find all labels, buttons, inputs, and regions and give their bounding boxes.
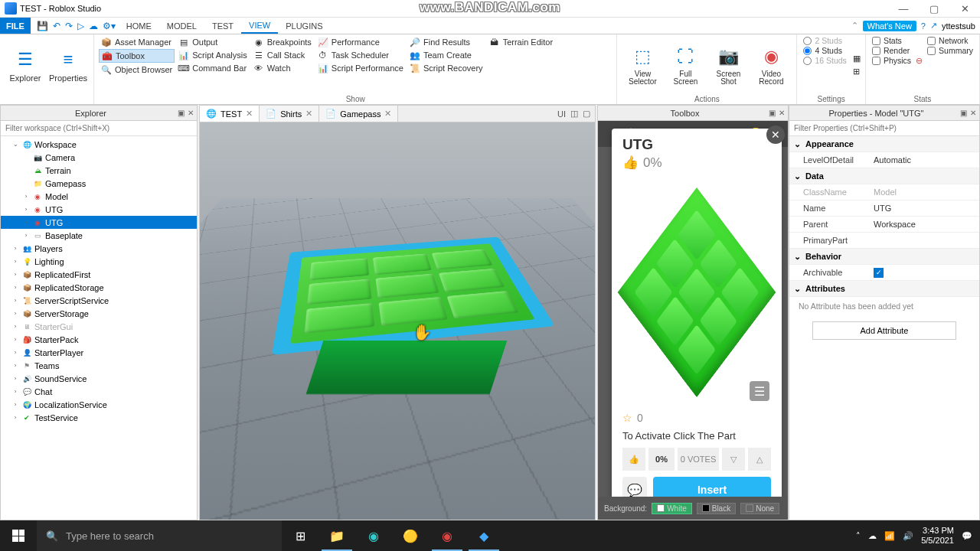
- grid-4-studs[interactable]: 4 Studs: [802, 46, 848, 55]
- tree-node-terrain[interactable]: ⛰Terrain: [1, 164, 197, 177]
- asset-manager-button[interactable]: 📦Asset Manager: [99, 36, 175, 48]
- view-split-icon[interactable]: ◫: [570, 109, 578, 119]
- stats-stats[interactable]: Stats: [871, 36, 924, 45]
- tree-node-starterplayer[interactable]: ›👤StarterPlayer: [1, 346, 197, 359]
- tab-plugins[interactable]: PLUGINS: [278, 18, 330, 34]
- taskbar-clock[interactable]: 3:43 PM5/5/2021: [921, 526, 954, 546]
- task-scheduler-button[interactable]: ⏱Task Scheduler: [315, 49, 406, 61]
- file-explorer-taskbar[interactable]: 📁: [318, 520, 355, 551]
- bg-white-option[interactable]: White: [652, 503, 692, 514]
- grid-icon[interactable]: ▦: [853, 54, 861, 64]
- stats-network[interactable]: Network: [926, 36, 975, 45]
- panel-close-icon[interactable]: ✕: [970, 109, 976, 117]
- screen-shot-button[interactable]: 📷Screen Shot: [707, 36, 749, 94]
- script-analysis-button[interactable]: 📊Script Analysis: [176, 49, 250, 61]
- roblox-taskbar[interactable]: ◆: [466, 520, 502, 551]
- view-selector-button[interactable]: ⬚View Selector: [622, 36, 663, 94]
- close-button[interactable]: ✕: [949, 0, 980, 18]
- tab-close-icon[interactable]: ✕: [384, 109, 391, 119]
- taskbar-search[interactable]: 🔍Type here to search: [37, 520, 282, 551]
- user-label[interactable]: yttestsub: [942, 21, 975, 31]
- help-icon[interactable]: ?: [921, 21, 926, 31]
- tab-view[interactable]: VIEW: [241, 18, 278, 34]
- vote-up-button[interactable]: △: [748, 448, 771, 471]
- selected-model[interactable]: [292, 214, 521, 398]
- tree-node-baseplate[interactable]: ›▭Baseplate: [1, 229, 197, 242]
- start-button[interactable]: [0, 520, 37, 551]
- stats-render[interactable]: Render: [871, 46, 924, 55]
- tree-node-serverstorage[interactable]: ›📦ServerStorage: [1, 307, 197, 320]
- tray-chevron-icon[interactable]: ˄: [856, 531, 861, 541]
- save-icon[interactable]: 💾: [37, 21, 48, 31]
- chrome-taskbar[interactable]: 🟡: [392, 520, 429, 551]
- toolbox-button[interactable]: 🧰Toolbox: [99, 49, 175, 63]
- call-stack-button[interactable]: ☰Call Stack: [251, 49, 314, 61]
- asset-menu-button[interactable]: ☰: [750, 381, 769, 401]
- bandicam-taskbar[interactable]: ◉: [429, 520, 466, 551]
- collapse-ribbon-icon[interactable]: ⌃: [851, 21, 858, 31]
- tree-node-camera[interactable]: 📷Camera: [1, 151, 197, 164]
- file-menu[interactable]: FILE: [0, 18, 31, 34]
- tree-node-soundservice[interactable]: ›🔊SoundService: [1, 372, 197, 385]
- qat-cloud-icon[interactable]: ☁: [89, 21, 98, 31]
- panel-close-icon[interactable]: ✕: [779, 109, 785, 117]
- card-close-button[interactable]: ✕: [766, 126, 785, 144]
- vote-down-button[interactable]: ▽: [722, 448, 745, 471]
- stats-summary[interactable]: Summary: [926, 46, 975, 55]
- tree-node-startergui[interactable]: ›🖥StarterGui: [1, 320, 197, 333]
- tab-test[interactable]: TEST: [204, 18, 241, 34]
- thumb-up-button[interactable]: 👍: [622, 448, 645, 471]
- script-recovery-button[interactable]: 📜Script Recovery: [407, 62, 485, 74]
- tray-cloud-icon[interactable]: ☁: [868, 531, 877, 541]
- bg-none-option[interactable]: None: [740, 503, 779, 514]
- prop-parent[interactable]: ParentWorkspace: [789, 217, 979, 233]
- tab-close-icon[interactable]: ✕: [246, 109, 253, 119]
- doc-tab-test[interactable]: 🌐TEST✕: [200, 106, 260, 122]
- tab-home[interactable]: HOME: [119, 18, 159, 34]
- 3d-viewport[interactable]: ✋: [200, 122, 595, 520]
- panel-close-icon[interactable]: ✕: [188, 109, 194, 117]
- tab-close-icon[interactable]: ✕: [305, 109, 312, 119]
- explorer-tree[interactable]: ⌄🌐Workspace📷Camera⛰Terrain📁Gamepass›◉Mod…: [1, 136, 197, 520]
- stats-physics[interactable]: Physics⊖: [871, 56, 924, 65]
- video-record-button[interactable]: ◉Video Record: [750, 36, 792, 94]
- tree-node-gamepass[interactable]: 📁Gamepass: [1, 177, 197, 190]
- full-screen-button[interactable]: ⛶Full Screen: [665, 36, 706, 94]
- tray-volume-icon[interactable]: 🔊: [903, 531, 913, 541]
- undo-icon[interactable]: ↶: [53, 21, 60, 31]
- share-icon[interactable]: ↗: [930, 21, 937, 31]
- redo-icon[interactable]: ↷: [65, 21, 73, 31]
- object-browser-button[interactable]: 🔍Object Browser: [99, 64, 175, 76]
- grid-icon-2[interactable]: ⊞: [853, 67, 861, 77]
- doc-tab-gamepass[interactable]: 📄Gamepass✕: [319, 106, 398, 122]
- appearance-category[interactable]: ⌄Appearance: [789, 136, 979, 152]
- tree-node-testservice[interactable]: ›✔TestService: [1, 411, 197, 424]
- terrain-editor-button[interactable]: 🏔Terrain Editor: [487, 36, 555, 48]
- tree-node-serverscriptservice[interactable]: ›📜ServerScriptService: [1, 294, 197, 307]
- tree-node-replicatedstorage[interactable]: ›📦ReplicatedStorage: [1, 281, 197, 294]
- tab-model[interactable]: MODEL: [159, 18, 204, 34]
- grid-2-studs[interactable]: 2 Studs: [802, 36, 848, 45]
- attributes-category[interactable]: ⌄Attributes: [789, 281, 979, 297]
- prop-name[interactable]: NameUTG: [789, 201, 979, 217]
- tree-node-starterpack[interactable]: ›🎒StarterPack: [1, 333, 197, 346]
- undock-icon[interactable]: ▣: [769, 109, 776, 117]
- watch-button[interactable]: 👁Watch: [251, 62, 314, 74]
- qat-settings-icon[interactable]: ⚙▾: [103, 21, 116, 31]
- command-bar-button[interactable]: ⌨Command Bar: [176, 62, 250, 74]
- data-category[interactable]: ⌄Data: [789, 168, 979, 184]
- tree-node-players[interactable]: ›👥Players: [1, 242, 197, 255]
- tree-node-replicatedfirst[interactable]: ›📦ReplicatedFirst: [1, 268, 197, 281]
- bg-black-option[interactable]: Black: [697, 503, 736, 514]
- prop-levelofdetail[interactable]: LevelOfDetailAutomatic: [789, 152, 979, 168]
- undock-icon[interactable]: ▣: [178, 109, 185, 117]
- task-view-button[interactable]: ⊞: [282, 520, 318, 551]
- notifications-icon[interactable]: 💬: [962, 531, 972, 541]
- output-button[interactable]: ▤Output: [176, 36, 250, 48]
- behavior-category[interactable]: ⌄Behavior: [789, 249, 979, 265]
- whats-new-button[interactable]: What's New: [863, 21, 916, 31]
- tree-node-localizationservice[interactable]: ›🌍LocalizationService: [1, 398, 197, 411]
- maximize-button[interactable]: ▢: [919, 0, 949, 18]
- tree-node-utg[interactable]: ›◉UTG: [1, 216, 197, 229]
- add-attribute-button[interactable]: Add Attribute: [812, 321, 956, 340]
